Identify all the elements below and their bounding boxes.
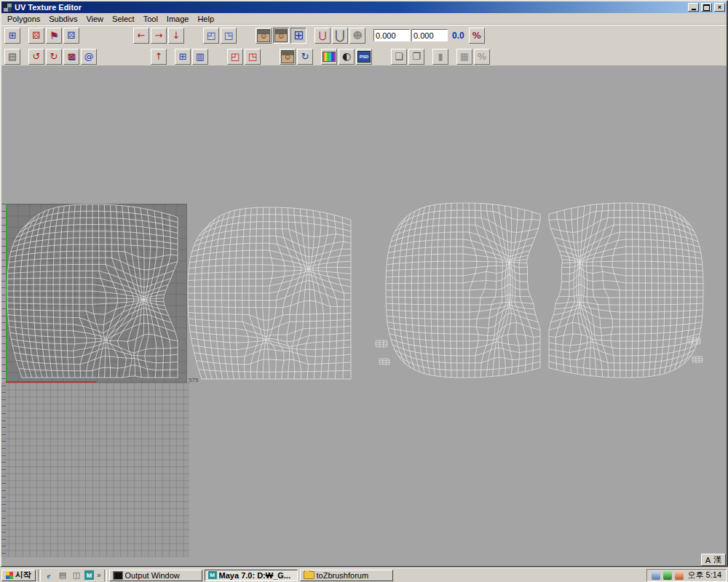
new-image-button[interactable]: ▤ [4,49,20,65]
color-ramp-button[interactable] [321,49,337,65]
start-button[interactable]: 시작 [1,570,36,581]
uk-flag-button[interactable]: ⊠ [63,49,79,65]
tray-volume-icon[interactable] [675,571,684,580]
image-display-button[interactable]: ☺ [256,28,272,44]
uv-canvas[interactable]: 575 [1,65,727,566]
cylinder-button[interactable]: ▮ [432,49,448,65]
grid-red-tr-button[interactable]: ◳ [245,49,261,65]
minimize-button[interactable] [688,3,699,12]
cycle-percent-icon: ↻ [301,52,309,61]
titlebar[interactable]: UV Texture Editor × [1,1,727,13]
menu-image[interactable]: Image [162,14,194,24]
task-maya[interactable]: M Maya 7.0: D:₩_G... [205,570,298,581]
person-icon: ☻ [352,31,363,40]
maximize-icon [703,4,710,11]
menu-subdivs[interactable]: Subdivs [44,14,82,24]
uv-shell-second[interactable] [188,207,351,379]
arrow-up-icon: ↑ [155,52,163,61]
menu-tool[interactable]: Tool [139,14,162,24]
grid-corner-tr-button[interactable]: ◳ [221,28,237,44]
psd-icon: PSD [357,51,371,63]
face-image-grid-icon: ☺ [274,29,288,42]
checker-flag-button[interactable]: ⚑ [46,28,62,44]
psd-network-button[interactable]: PSD [356,49,372,65]
uv-scrap[interactable] [379,359,389,364]
grid-add-button[interactable]: ⊞ [175,49,191,65]
magnet-icon: ⋃ [335,29,345,41]
task-output-window[interactable]: Output Window [109,570,202,581]
cycle-uv-button[interactable]: @ [81,49,97,65]
percent-disabled-button[interactable]: % [474,49,490,65]
copy-button[interactable]: ❏ [391,49,407,65]
magnet-u-button[interactable]: ⋃ [314,28,331,44]
quicklaunch-browser-icon[interactable]: e [43,570,55,581]
paste-button[interactable]: ❐ [408,49,424,65]
refresh-percent-button[interactable]: % [469,28,485,44]
toggle-grid-button[interactable]: ⊞ [290,28,306,44]
page-icon: ▤ [8,52,17,61]
menu-select[interactable]: Select [108,14,139,24]
menu-help[interactable]: Help [193,14,218,24]
grid-v-button[interactable]: ▥ [192,49,208,65]
ime-latin-label: A [705,556,711,565]
menubar: Polygons Subdivs View Select Tool Image … [1,13,727,25]
grid-large-icon: ⊞ [293,29,304,41]
select-faces-button[interactable]: ☻ [349,28,365,44]
magnet-snap-button[interactable]: ⋃ [332,28,348,44]
uv-scrap[interactable] [376,340,387,347]
uv-grid-below [1,383,189,557]
rotate-cw-button[interactable]: ↻ [46,49,62,65]
grid-red-tl-button[interactable]: ◰ [227,49,243,65]
maximize-button[interactable] [701,3,712,12]
grid-red-tr-icon: ◳ [248,52,257,61]
contrast-circle-icon: ◐ [342,52,351,61]
grid-corner-tl-icon: ◰ [207,31,215,40]
ime-hanja-label: 漢 [713,554,721,565]
uv-scrap[interactable] [689,338,700,344]
v-coordinate-field[interactable] [411,29,448,41]
flip-u-button[interactable]: ⚄ [28,28,44,44]
uv-shell-left-half[interactable] [386,203,540,378]
uv-scrap[interactable] [692,356,703,362]
task-tozbrushforum[interactable]: toZbrushforum [300,570,393,581]
cycle-percent-button[interactable]: ↻ [297,49,313,65]
uv-shell-right-half[interactable] [549,203,703,378]
rotate-ccw-button[interactable]: ↺ [28,49,44,65]
move-down-button[interactable]: ↓ [168,28,184,44]
task-label: Maya 7.0: D:₩_G... [219,571,290,580]
menu-view[interactable]: View [82,14,108,24]
image-grid-display-button[interactable]: ☺ [273,28,289,44]
menu-polygons[interactable]: Polygons [3,14,44,24]
move-right-button[interactable]: → [151,28,167,44]
uv-texture-editor-window: UV Texture Editor × Polygons Subdivs Vie… [0,0,728,567]
at-cycle-icon: @ [84,52,94,61]
quicklaunch-document-icon[interactable]: ▤ [57,570,68,581]
close-button[interactable]: × [714,3,725,12]
rainbow-icon [323,52,336,62]
toolbar-row-2: ▤ ↺ ↻ ⊠ @ ↑ ⊞ ▥ ◰ ◳ ☺ ↻ ◐ PSD ❏ ❐ ▮ [1,46,727,67]
uv-grid-button[interactable]: ⊞ [4,28,20,44]
u-axis-line [6,381,96,383]
tray-display-icon[interactable] [652,571,660,580]
maya-icon: M [208,571,217,579]
tray-security-icon[interactable] [663,571,672,580]
grid-corner-tl-button[interactable]: ◰ [203,28,219,44]
flip-v-button[interactable]: ⚄ [63,28,79,44]
dice-v-icon: ⚄ [67,31,75,40]
system-tray: 오후 5:14 [646,569,727,582]
uv-shell-main[interactable] [7,204,178,378]
close-icon: × [718,4,721,11]
contrast-button[interactable]: ◐ [339,49,355,65]
clock[interactable]: 오후 5:14 [687,570,721,581]
u-coordinate-field[interactable] [373,29,410,41]
move-up-button[interactable]: ↑ [151,49,167,65]
quicklaunch-overflow-chevron[interactable]: » [96,571,102,579]
image-snapshot-button[interactable]: ☺ [280,49,296,65]
move-left-button[interactable]: ← [133,28,149,44]
quicklaunch-maya-icon[interactable]: M [84,570,94,580]
task-label: toZbrushforum [317,571,369,580]
ime-indicator[interactable]: A 漢 [701,554,726,566]
quicklaunch-desktop-icon[interactable]: ◫ [71,570,82,581]
value-readout: 0.0 [452,31,464,41]
grid-disabled-button[interactable]: ▦ [456,49,472,65]
